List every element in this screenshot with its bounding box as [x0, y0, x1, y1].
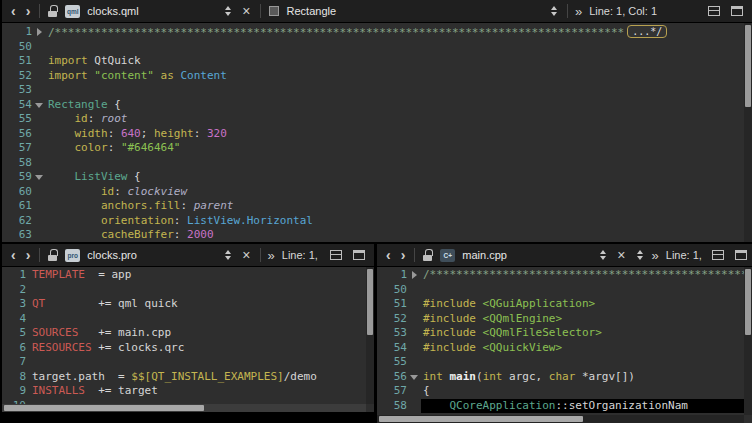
overflow-chevron-icon[interactable]: »: [265, 248, 278, 263]
code-line[interactable]: 9INSTALLS += target: [2, 384, 366, 399]
code-line[interactable]: 1/**************************************…: [377, 268, 744, 283]
code-line[interactable]: 52import "content" as Content: [2, 69, 744, 84]
close-document-button[interactable]: ×: [237, 3, 255, 19]
vertical-scrollbar[interactable]: [366, 267, 374, 404]
open-document-dropdown[interactable]: clocks.pro: [87, 249, 215, 261]
open-document-dropdown[interactable]: clocks.qml: [87, 5, 215, 17]
split-editor-icon[interactable]: [708, 6, 720, 16]
code-line[interactable]: 51import QtQuick: [2, 54, 744, 69]
cpp-code-editor[interactable]: 1/**************************************…: [377, 268, 744, 413]
back-button[interactable]: ‹: [381, 245, 396, 265]
code-line[interactable]: 60 id: clockview: [2, 185, 744, 200]
code-line[interactable]: 58: [2, 156, 744, 171]
code-line[interactable]: 63 cacheBuffer: 2000: [2, 228, 744, 242]
rectangle-symbol-icon: [269, 6, 279, 16]
unlocked-padlock-icon[interactable]: [423, 249, 433, 261]
code-line[interactable]: 1TEMPLATE = app: [2, 268, 366, 283]
code-line[interactable]: 2: [2, 283, 366, 298]
fold-column: [407, 384, 421, 399]
unlocked-padlock-icon[interactable]: [48, 249, 58, 261]
code-line[interactable]: 55 id: root: [2, 112, 744, 127]
overflow-chevron-icon[interactable]: »: [649, 248, 662, 263]
code-line[interactable]: 56int main(int argc, char *argv[]): [377, 370, 744, 385]
code-line[interactable]: 50: [2, 40, 744, 55]
pro-code-editor[interactable]: 1TEMPLATE = app23QT += qml quick45SOURCE…: [2, 268, 366, 412]
horizontal-scrollbar[interactable]: [2, 404, 366, 412]
open-document-dropdown[interactable]: main.cpp: [462, 249, 590, 261]
code-line[interactable]: 61 anchors.fill: parent: [2, 199, 744, 214]
close-document-button[interactable]: ×: [237, 247, 255, 263]
forward-button[interactable]: ›: [21, 245, 36, 265]
code-text: [30, 312, 366, 327]
line-number: 54: [377, 341, 407, 356]
horizontal-scrollbar[interactable]: [377, 415, 744, 423]
forward-button[interactable]: ›: [21, 1, 36, 21]
line-number: 56: [377, 370, 407, 385]
close-split-icon[interactable]: [731, 6, 743, 16]
fold-marker-icon[interactable]: [407, 268, 421, 283]
code-line[interactable]: 54Rectangle {: [2, 98, 744, 113]
toolbar-separator: [260, 248, 261, 262]
cursor-position-label: Line: 1,: [282, 249, 318, 261]
fold-marker-icon[interactable]: [32, 25, 46, 40]
fold-column: [32, 40, 46, 55]
code-line[interactable]: 8target.path = $$[QT_INSTALL_EXAMPLES]/d…: [2, 370, 366, 385]
symbol-dropdown[interactable]: Rectangle: [287, 5, 337, 17]
forward-button[interactable]: ›: [396, 245, 411, 265]
code-line[interactable]: 56 width: 640; height: 320: [2, 127, 744, 142]
vertical-scrollbar[interactable]: [744, 23, 752, 242]
scrollbar-thumb[interactable]: [4, 405, 204, 411]
code-text: [46, 83, 744, 98]
fold-marker-icon[interactable]: [32, 98, 46, 113]
close-split-icon[interactable]: [735, 250, 747, 260]
code-line[interactable]: 53: [2, 83, 744, 98]
scrollbar-thumb[interactable]: [367, 269, 373, 335]
code-line[interactable]: 55: [377, 355, 744, 370]
code-line[interactable]: 50: [377, 283, 744, 298]
qml-code-editor[interactable]: 1/**************************************…: [2, 25, 744, 242]
line-number: 5: [2, 326, 26, 341]
code-line[interactable]: 1/**************************************…: [2, 25, 744, 40]
code-line[interactable]: 51#include <QGuiApplication>: [377, 297, 744, 312]
scrollbar-thumb[interactable]: [745, 25, 751, 107]
chevron-updown-icon[interactable]: [225, 6, 231, 16]
unlocked-padlock-icon[interactable]: [48, 5, 58, 17]
split-editor-icon[interactable]: [330, 250, 342, 260]
chevron-updown-icon[interactable]: [637, 250, 643, 260]
line-number: 51: [377, 297, 407, 312]
vertical-scrollbar[interactable]: [744, 267, 752, 415]
code-line[interactable]: 6RESOURCES += clocks.qrc: [2, 341, 366, 356]
chevron-updown-icon[interactable]: [551, 6, 557, 16]
back-button[interactable]: ‹: [6, 245, 21, 265]
code-line[interactable]: 4: [2, 312, 366, 327]
scrollbar-thumb[interactable]: [379, 416, 583, 422]
back-button[interactable]: ‹: [6, 1, 21, 21]
fold-marker-icon[interactable]: [32, 170, 46, 185]
line-number: 52: [2, 69, 32, 84]
folded-comment-pill[interactable]: ...*/: [627, 25, 667, 38]
fold-column: [26, 283, 30, 298]
code-text: Rectangle {: [46, 98, 744, 113]
code-line[interactable]: 52#include <QQmlEngine>: [377, 312, 744, 327]
close-document-button[interactable]: ×: [612, 247, 630, 263]
code-line[interactable]: 62 orientation: ListView.Horizontal: [2, 214, 744, 229]
code-line[interactable]: 53#include <QQmlFileSelector>: [377, 326, 744, 341]
code-line[interactable]: 7: [2, 355, 366, 370]
code-line[interactable]: 59 ListView {: [2, 170, 744, 185]
chevron-updown-icon[interactable]: [225, 250, 231, 260]
code-line[interactable]: 57 color: "#646464": [2, 141, 744, 156]
fold-marker-icon[interactable]: [407, 370, 421, 385]
code-line[interactable]: 57{: [377, 384, 744, 399]
chevron-updown-icon[interactable]: [600, 250, 606, 260]
toolbar-separator: [39, 248, 40, 262]
code-line[interactable]: 5SOURCES += main.cpp: [2, 326, 366, 341]
code-line[interactable]: 3QT += qml quick: [2, 297, 366, 312]
line-number: 7: [2, 355, 26, 370]
overflow-chevron-icon[interactable]: »: [572, 4, 585, 19]
code-text: cacheBuffer: 2000: [46, 228, 744, 242]
code-line[interactable]: 54#include <QQuickView>: [377, 341, 744, 356]
close-split-icon[interactable]: [353, 250, 365, 260]
split-editor-icon[interactable]: [712, 250, 724, 260]
code-line[interactable]: 58 QCoreApplication::setOrganizationNam: [377, 399, 744, 414]
scrollbar-thumb[interactable]: [745, 269, 751, 335]
